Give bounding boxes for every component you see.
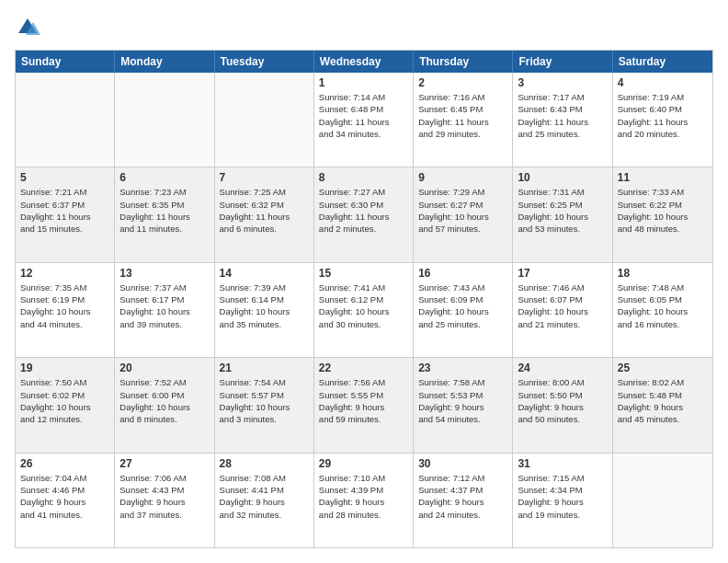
week-row-1: 1Sunrise: 7:14 AM Sunset: 6:48 PM Daylig… bbox=[16, 73, 712, 167]
day-header-tuesday: Tuesday bbox=[215, 51, 314, 73]
day-header-saturday: Saturday bbox=[613, 51, 712, 73]
day-cell: 5Sunrise: 7:21 AM Sunset: 6:37 PM Daylig… bbox=[16, 167, 115, 261]
day-header-thursday: Thursday bbox=[414, 51, 513, 73]
day-cell: 12Sunrise: 7:35 AM Sunset: 6:19 PM Dayli… bbox=[16, 263, 115, 357]
day-number: 9 bbox=[418, 171, 507, 184]
day-cell: 26Sunrise: 7:04 AM Sunset: 4:46 PM Dayli… bbox=[16, 454, 115, 547]
day-cell: 10Sunrise: 7:31 AM Sunset: 6:25 PM Dayli… bbox=[513, 167, 612, 261]
day-cell: 15Sunrise: 7:41 AM Sunset: 6:12 PM Dayli… bbox=[314, 263, 414, 357]
day-info: Sunrise: 7:19 AM Sunset: 6:40 PM Dayligh… bbox=[618, 91, 708, 140]
day-info: Sunrise: 7:04 AM Sunset: 4:46 PM Dayligh… bbox=[20, 472, 109, 521]
day-info: Sunrise: 7:39 AM Sunset: 6:14 PM Dayligh… bbox=[220, 282, 309, 330]
weeks: 1Sunrise: 7:14 AM Sunset: 6:48 PM Daylig… bbox=[16, 73, 712, 547]
day-cell bbox=[115, 73, 214, 167]
day-cell: 20Sunrise: 7:52 AM Sunset: 6:00 PM Dayli… bbox=[115, 358, 214, 452]
day-number: 24 bbox=[518, 362, 607, 374]
day-number: 6 bbox=[119, 171, 209, 184]
day-number: 20 bbox=[119, 362, 209, 374]
day-cell: 19Sunrise: 7:50 AM Sunset: 6:02 PM Dayli… bbox=[16, 358, 115, 452]
day-info: Sunrise: 7:43 AM Sunset: 6:09 PM Dayligh… bbox=[418, 282, 507, 330]
day-info: Sunrise: 7:14 AM Sunset: 6:48 PM Dayligh… bbox=[319, 91, 408, 140]
day-info: Sunrise: 7:23 AM Sunset: 6:35 PM Dayligh… bbox=[119, 186, 209, 235]
week-row-3: 12Sunrise: 7:35 AM Sunset: 6:19 PM Dayli… bbox=[16, 263, 712, 358]
day-info: Sunrise: 8:02 AM Sunset: 5:48 PM Dayligh… bbox=[618, 376, 708, 425]
day-cell: 27Sunrise: 7:06 AM Sunset: 4:43 PM Dayli… bbox=[115, 454, 214, 547]
day-info: Sunrise: 7:21 AM Sunset: 6:37 PM Dayligh… bbox=[20, 186, 109, 235]
day-info: Sunrise: 7:29 AM Sunset: 6:27 PM Dayligh… bbox=[418, 186, 507, 235]
day-info: Sunrise: 7:46 AM Sunset: 6:07 PM Dayligh… bbox=[518, 282, 607, 330]
day-cell: 13Sunrise: 7:37 AM Sunset: 6:17 PM Dayli… bbox=[115, 263, 214, 357]
day-cell: 2Sunrise: 7:16 AM Sunset: 6:45 PM Daylig… bbox=[414, 73, 513, 167]
day-number: 7 bbox=[220, 171, 309, 184]
day-number: 21 bbox=[220, 362, 309, 374]
day-header-sunday: Sunday bbox=[16, 51, 115, 73]
day-headers: SundayMondayTuesdayWednesdayThursdayFrid… bbox=[16, 51, 712, 73]
day-info: Sunrise: 7:27 AM Sunset: 6:30 PM Dayligh… bbox=[319, 186, 408, 235]
day-number: 15 bbox=[319, 267, 408, 280]
day-info: Sunrise: 8:00 AM Sunset: 5:50 PM Dayligh… bbox=[518, 376, 607, 425]
day-cell: 18Sunrise: 7:48 AM Sunset: 6:05 PM Dayli… bbox=[613, 263, 712, 357]
day-number: 29 bbox=[319, 457, 408, 470]
day-info: Sunrise: 7:37 AM Sunset: 6:17 PM Dayligh… bbox=[119, 282, 209, 330]
day-number: 17 bbox=[518, 267, 607, 280]
day-cell: 9Sunrise: 7:29 AM Sunset: 6:27 PM Daylig… bbox=[414, 167, 513, 261]
day-cell: 21Sunrise: 7:54 AM Sunset: 5:57 PM Dayli… bbox=[215, 358, 314, 452]
day-number: 3 bbox=[518, 76, 607, 89]
day-info: Sunrise: 7:48 AM Sunset: 6:05 PM Dayligh… bbox=[618, 282, 708, 330]
day-info: Sunrise: 7:56 AM Sunset: 5:55 PM Dayligh… bbox=[319, 376, 408, 425]
day-number: 25 bbox=[618, 362, 708, 374]
day-number: 26 bbox=[20, 457, 109, 470]
day-cell: 4Sunrise: 7:19 AM Sunset: 6:40 PM Daylig… bbox=[613, 73, 712, 167]
day-number: 23 bbox=[418, 362, 507, 374]
day-cell: 3Sunrise: 7:17 AM Sunset: 6:43 PM Daylig… bbox=[513, 73, 612, 167]
day-info: Sunrise: 7:35 AM Sunset: 6:19 PM Dayligh… bbox=[20, 282, 109, 330]
day-number: 2 bbox=[418, 76, 507, 89]
day-info: Sunrise: 7:25 AM Sunset: 6:32 PM Dayligh… bbox=[220, 186, 309, 235]
day-cell: 6Sunrise: 7:23 AM Sunset: 6:35 PM Daylig… bbox=[115, 167, 214, 261]
day-number: 14 bbox=[220, 267, 309, 280]
day-number: 27 bbox=[119, 457, 209, 470]
day-cell: 17Sunrise: 7:46 AM Sunset: 6:07 PM Dayli… bbox=[513, 263, 612, 357]
logo bbox=[15, 15, 42, 40]
day-info: Sunrise: 7:50 AM Sunset: 6:02 PM Dayligh… bbox=[20, 376, 109, 425]
day-info: Sunrise: 7:16 AM Sunset: 6:45 PM Dayligh… bbox=[418, 91, 507, 140]
day-info: Sunrise: 7:08 AM Sunset: 4:41 PM Dayligh… bbox=[220, 472, 309, 521]
day-cell: 29Sunrise: 7:10 AM Sunset: 4:39 PM Dayli… bbox=[314, 454, 414, 547]
day-number: 31 bbox=[518, 457, 607, 470]
day-cell: 22Sunrise: 7:56 AM Sunset: 5:55 PM Dayli… bbox=[314, 358, 414, 452]
day-cell: 30Sunrise: 7:12 AM Sunset: 4:37 PM Dayli… bbox=[414, 454, 513, 547]
day-cell bbox=[16, 73, 115, 167]
week-row-4: 19Sunrise: 7:50 AM Sunset: 6:02 PM Dayli… bbox=[16, 358, 712, 453]
day-number: 12 bbox=[20, 267, 109, 280]
day-cell: 31Sunrise: 7:15 AM Sunset: 4:34 PM Dayli… bbox=[513, 454, 612, 547]
day-cell: 11Sunrise: 7:33 AM Sunset: 6:22 PM Dayli… bbox=[613, 167, 712, 261]
day-number: 10 bbox=[518, 171, 607, 184]
day-info: Sunrise: 7:06 AM Sunset: 4:43 PM Dayligh… bbox=[119, 472, 209, 521]
day-number: 28 bbox=[220, 457, 309, 470]
week-row-5: 26Sunrise: 7:04 AM Sunset: 4:46 PM Dayli… bbox=[16, 454, 712, 547]
logo-icon bbox=[15, 15, 40, 40]
day-info: Sunrise: 7:10 AM Sunset: 4:39 PM Dayligh… bbox=[319, 472, 408, 521]
day-info: Sunrise: 7:17 AM Sunset: 6:43 PM Dayligh… bbox=[518, 91, 607, 140]
day-info: Sunrise: 7:54 AM Sunset: 5:57 PM Dayligh… bbox=[220, 376, 309, 425]
day-cell: 28Sunrise: 7:08 AM Sunset: 4:41 PM Dayli… bbox=[215, 454, 314, 547]
day-info: Sunrise: 7:52 AM Sunset: 6:00 PM Dayligh… bbox=[119, 376, 209, 425]
day-number: 22 bbox=[319, 362, 408, 374]
day-number: 4 bbox=[618, 76, 708, 89]
day-number: 19 bbox=[20, 362, 109, 374]
day-header-monday: Monday bbox=[115, 51, 214, 73]
day-info: Sunrise: 7:58 AM Sunset: 5:53 PM Dayligh… bbox=[418, 376, 507, 425]
day-cell: 24Sunrise: 8:00 AM Sunset: 5:50 PM Dayli… bbox=[513, 358, 612, 452]
header bbox=[15, 15, 713, 40]
day-info: Sunrise: 7:31 AM Sunset: 6:25 PM Dayligh… bbox=[518, 186, 607, 235]
day-cell: 7Sunrise: 7:25 AM Sunset: 6:32 PM Daylig… bbox=[215, 167, 314, 261]
day-cell: 14Sunrise: 7:39 AM Sunset: 6:14 PM Dayli… bbox=[215, 263, 314, 357]
day-cell: 1Sunrise: 7:14 AM Sunset: 6:48 PM Daylig… bbox=[314, 73, 414, 167]
day-number: 16 bbox=[418, 267, 507, 280]
day-number: 5 bbox=[20, 171, 109, 184]
day-number: 18 bbox=[618, 267, 708, 280]
week-row-2: 5Sunrise: 7:21 AM Sunset: 6:37 PM Daylig… bbox=[16, 167, 712, 262]
day-cell bbox=[613, 454, 712, 547]
day-info: Sunrise: 7:15 AM Sunset: 4:34 PM Dayligh… bbox=[518, 472, 607, 521]
day-info: Sunrise: 7:12 AM Sunset: 4:37 PM Dayligh… bbox=[418, 472, 507, 521]
